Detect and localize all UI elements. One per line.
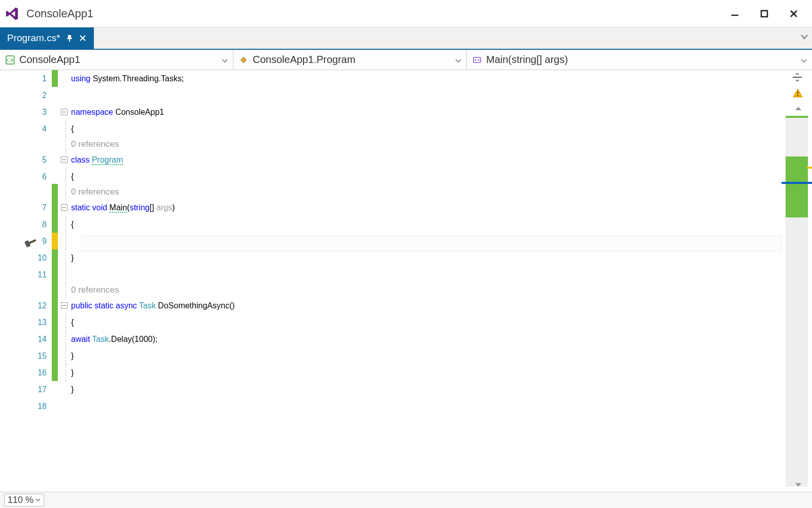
fold-toggle[interactable]: − [61,109,67,115]
code-line: 17 } [0,381,782,398]
svg-point-10 [478,59,480,60]
title-bar: ConsoleApp1 [0,0,812,27]
codelens[interactable]: 0 references [0,283,782,297]
change-marker [52,87,58,104]
svg-rect-12 [24,240,30,247]
status-bar: 110 % [0,492,812,508]
svg-rect-1 [761,11,767,17]
code-line: 3 − namespace ConsoleApp1 [0,104,782,120]
code-line: 2 [0,87,782,104]
overview-warning-mark [807,167,812,169]
overview-change-mark [786,156,808,217]
scroll-up-icon[interactable] [795,104,802,113]
change-marker [52,104,58,120]
change-marker [52,216,58,233]
code-line: 15 } [0,347,782,364]
class-dropdown[interactable]: ConsoleApp1.Program [233,50,467,70]
change-marker [52,314,58,331]
zoom-value: 110 % [8,495,33,505]
current-line-highlight [81,235,782,252]
change-marker [52,249,58,266]
code-line: 6 { [0,168,782,185]
change-marker [52,347,58,364]
fold-toggle[interactable]: − [61,302,67,309]
chevron-down-icon [801,54,807,66]
class-icon [239,55,249,65]
chevron-down-icon [455,54,461,66]
code-line: 16 } [0,364,782,381]
line-number: 7 [0,203,52,212]
line-number: 11 [0,270,52,279]
maximize-button[interactable] [758,8,770,20]
line-number: 16 [0,368,52,377]
code-editor[interactable]: 1 using System.Threading.Tasks; 2 3 − na… [0,70,812,492]
pin-icon[interactable] [65,34,74,42]
warning-icon[interactable] [793,88,803,100]
code-line: 4 { [0,120,782,137]
svg-text:C#: C# [7,57,14,63]
zoom-dropdown[interactable]: 110 % [4,494,44,506]
chevron-down-icon [222,54,228,66]
overview-ruler[interactable] [786,116,808,487]
window-controls [729,8,808,20]
change-marker [52,398,58,415]
code-line: 1 using System.Threading.Tasks; [0,70,782,87]
code-line: 11 [0,266,782,283]
change-marker [52,297,58,314]
svg-rect-8 [473,57,481,62]
line-number: 14 [0,335,52,344]
code-line: 7 − static void Main(string[] args) [0,199,782,216]
code-line: 13 { [0,314,782,331]
change-marker [52,233,58,249]
change-marker [52,168,58,185]
split-handle-icon[interactable] [792,73,803,83]
fold-toggle[interactable]: − [61,204,67,211]
fold-toggle[interactable]: − [61,156,67,163]
document-tab-bar: Program.cs* [0,27,812,50]
project-dropdown[interactable]: C# ConsoleApp1 [0,50,233,70]
tab-label: Program.cs* [7,33,60,44]
line-number: 4 [0,124,52,134]
line-number: 13 [0,318,52,327]
window-title: ConsoleApp1 [26,7,729,20]
quick-actions-hammer-icon[interactable] [23,235,39,250]
line-number: 10 [0,253,52,263]
csharp-project-icon: C# [5,55,15,65]
line-number: 17 [0,385,52,394]
change-marker [52,331,58,347]
line-number: 18 [0,402,52,411]
line-number: 8 [0,220,52,229]
visual-studio-logo-icon [4,6,20,22]
codelens[interactable]: 0 references [0,137,782,151]
line-number: 6 [0,172,52,181]
navigation-bar: C# ConsoleApp1 ConsoleApp1.Program Main(… [0,50,812,70]
change-marker [52,266,58,283]
member-dropdown-label: Main(string[] args) [486,54,568,66]
member-dropdown[interactable]: Main(string[] args) [467,50,812,70]
line-number: 5 [0,155,52,165]
svg-point-9 [475,59,477,60]
line-number: 12 [0,301,52,310]
code-line: 8 { [0,216,782,233]
overview-caret-position [782,182,812,184]
chevron-down-icon [36,498,41,502]
code-line: 14 await Task.Delay(1000); [0,331,782,347]
tab-program-cs[interactable]: Program.cs* [0,27,94,49]
change-marker [52,70,58,87]
project-dropdown-label: ConsoleApp1 [19,54,80,66]
class-dropdown-label: ConsoleApp1.Program [253,54,355,66]
scroll-down-icon[interactable] [795,481,802,490]
close-tab-icon[interactable] [79,34,87,42]
code-line: 18 [0,398,782,415]
overview-scrollbar[interactable] [782,70,812,492]
change-marker [52,199,58,216]
line-number: 1 [0,74,52,83]
close-button[interactable] [788,8,800,20]
codelens[interactable]: 0 references [0,185,782,199]
change-marker [52,381,58,398]
code-line: 12 − public static async Task DoSomethin… [0,297,782,314]
active-files-dropdown-icon[interactable] [801,33,808,42]
code-line: 5 − class Program [0,151,782,168]
svg-point-15 [797,95,799,97]
minimize-button[interactable] [729,8,741,20]
